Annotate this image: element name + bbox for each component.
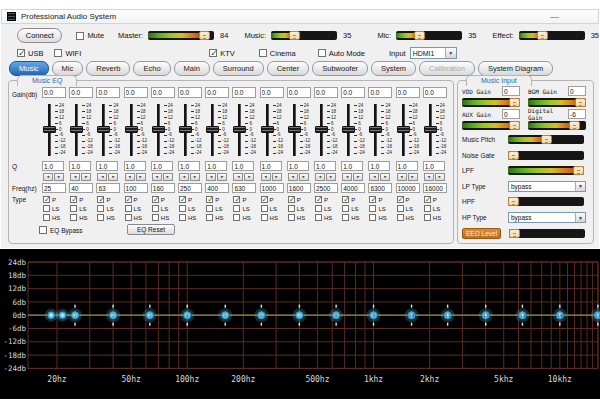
band-gain-input[interactable] bbox=[42, 87, 66, 98]
band-gain-slider[interactable]: 24181260-6-12-18-24 bbox=[150, 102, 177, 159]
lpf-slider[interactable] bbox=[508, 166, 584, 175]
band-gain-slider[interactable]: 24181260-6-12-18-24 bbox=[123, 102, 150, 159]
type-hs-checkbox[interactable] bbox=[342, 214, 349, 221]
type-ls-checkbox[interactable] bbox=[261, 205, 268, 212]
type-hs-checkbox[interactable] bbox=[152, 214, 159, 221]
tab-main[interactable]: Main bbox=[174, 61, 210, 76]
stepper-right-arrow[interactable]: ► bbox=[81, 173, 91, 181]
band-gain-slider[interactable]: 24181260-6-12-18-24 bbox=[231, 102, 258, 159]
tab-music[interactable]: Music bbox=[9, 61, 49, 76]
type-hs-checkbox[interactable] bbox=[369, 214, 376, 221]
tab-mic[interactable]: Mic bbox=[52, 61, 84, 76]
band-gain-input[interactable] bbox=[232, 87, 256, 98]
band-gain-slider[interactable]: 24181260-6-12-18-24 bbox=[313, 102, 340, 159]
band-dot-8[interactable]: 8 bbox=[329, 305, 343, 326]
digital-gain-slider-handle[interactable] bbox=[569, 121, 580, 130]
band-gain-input[interactable] bbox=[396, 87, 420, 98]
type-p-checkbox[interactable] bbox=[315, 196, 322, 203]
band-gain-slider[interactable]: 24181260-6-12-18-24 bbox=[286, 102, 313, 159]
band-q-input[interactable] bbox=[205, 161, 227, 171]
stepper-left-arrow[interactable]: ◄ bbox=[97, 173, 107, 181]
band-dot-10[interactable]: 10 bbox=[405, 305, 419, 326]
tab-system[interactable]: System bbox=[371, 61, 416, 76]
type-p-checkbox[interactable] bbox=[97, 196, 104, 203]
band-q-input[interactable] bbox=[96, 161, 118, 171]
hpf-slider-handle[interactable] bbox=[508, 197, 519, 206]
type-hs-checkbox[interactable] bbox=[424, 214, 431, 221]
stepper-left-arrow[interactable]: ◄ bbox=[125, 173, 135, 181]
stepper-right-arrow[interactable]: ► bbox=[217, 173, 227, 181]
band-gain-slider[interactable]: 24181260-6-12-18-24 bbox=[259, 102, 286, 159]
band-q-input[interactable] bbox=[42, 161, 64, 171]
music-volume-slider-handle[interactable] bbox=[289, 31, 300, 40]
eq-reset-button[interactable]: EQ Reset bbox=[127, 224, 175, 235]
type-p-checkbox[interactable] bbox=[206, 196, 213, 203]
stepper-left-arrow[interactable]: ◄ bbox=[288, 173, 298, 181]
band-gain-slider[interactable]: 24181260-6-12-18-24 bbox=[395, 102, 422, 159]
stepper-left-arrow[interactable]: ◄ bbox=[70, 173, 80, 181]
vod-gain-slider[interactable] bbox=[462, 98, 520, 107]
type-hs-checkbox[interactable] bbox=[70, 214, 77, 221]
connect-button[interactable]: Connect bbox=[17, 28, 62, 43]
band-q-input[interactable] bbox=[124, 161, 146, 171]
type-hs-checkbox[interactable] bbox=[97, 214, 104, 221]
band-dot-3[interactable]: 3 bbox=[143, 305, 157, 326]
band-gain-slider[interactable]: 24181260-6-12-18-24 bbox=[367, 102, 394, 159]
mic-volume-slider-handle[interactable] bbox=[414, 31, 425, 40]
mute-checkbox[interactable] bbox=[76, 32, 84, 40]
tab-surround[interactable]: Surround bbox=[213, 61, 264, 76]
band-freq-input[interactable] bbox=[69, 183, 93, 193]
minimize-button[interactable]: — bbox=[550, 13, 559, 21]
band-gain-slider[interactable]: 24181260-6-12-18-24 bbox=[95, 102, 122, 159]
type-ls-checkbox[interactable] bbox=[179, 205, 186, 212]
chevron-down-icon[interactable]: ▼ bbox=[445, 48, 456, 58]
band-freq-input[interactable] bbox=[232, 183, 256, 193]
type-ls-checkbox[interactable] bbox=[369, 205, 376, 212]
type-p-checkbox[interactable] bbox=[261, 196, 268, 203]
tab-subwoofer[interactable]: Subwoofer bbox=[312, 61, 368, 76]
digital-gain-slider[interactable] bbox=[528, 121, 586, 130]
ktv-checkbox[interactable] bbox=[209, 49, 217, 57]
tab-reverb[interactable]: Reverb bbox=[86, 61, 130, 76]
gain-value-input[interactable] bbox=[502, 109, 520, 119]
vod-gain-slider-handle[interactable] bbox=[509, 98, 520, 107]
stepper-left-arrow[interactable]: ◄ bbox=[315, 173, 325, 181]
aux-gain-slider[interactable] bbox=[462, 121, 520, 130]
band-gain-input[interactable] bbox=[368, 87, 392, 98]
band-freq-input[interactable] bbox=[287, 183, 311, 193]
band-q-input[interactable] bbox=[151, 161, 173, 171]
band-dot-11[interactable]: 11 bbox=[441, 305, 455, 326]
band-freq-input[interactable] bbox=[396, 183, 420, 193]
band-q-input[interactable] bbox=[341, 161, 363, 171]
type-ls-checkbox[interactable] bbox=[233, 205, 240, 212]
eeo-level-slider-handle[interactable] bbox=[509, 229, 520, 238]
band-q-input[interactable] bbox=[423, 161, 445, 171]
band-dot-5[interactable]: 5 bbox=[218, 305, 232, 326]
eeo-level-slider[interactable] bbox=[509, 229, 585, 238]
chevron-down-icon[interactable]: ▼ bbox=[575, 182, 585, 191]
band-dot-13[interactable]: 13 bbox=[515, 305, 529, 326]
band-q-input[interactable] bbox=[396, 161, 418, 171]
band-gain-input[interactable] bbox=[96, 87, 120, 98]
type-ls-checkbox[interactable] bbox=[315, 205, 322, 212]
type-ls-checkbox[interactable] bbox=[70, 205, 77, 212]
eeo-level-label[interactable]: EEO Level bbox=[462, 228, 501, 239]
type-ls-checkbox[interactable] bbox=[424, 205, 431, 212]
type-ls-checkbox[interactable] bbox=[97, 205, 104, 212]
band-freq-input[interactable] bbox=[178, 183, 202, 193]
type-hs-checkbox[interactable] bbox=[261, 214, 268, 221]
stepper-left-arrow[interactable]: ◄ bbox=[261, 173, 271, 181]
band-gain-slider[interactable]: 24181260-6-12-18-24 bbox=[68, 102, 95, 159]
band-q-input[interactable] bbox=[314, 161, 336, 171]
band-q-input[interactable] bbox=[178, 161, 200, 171]
band-q-input[interactable] bbox=[260, 161, 282, 171]
stepper-left-arrow[interactable]: ◄ bbox=[206, 173, 216, 181]
type-ls-checkbox[interactable] bbox=[125, 205, 132, 212]
type-p-checkbox[interactable] bbox=[152, 196, 159, 203]
tab-calibration[interactable]: Calibration bbox=[419, 61, 475, 76]
tab-system-diagram[interactable]: System Diagram bbox=[478, 61, 553, 76]
noise-gate-slider[interactable] bbox=[508, 151, 584, 160]
aux-gain-slider-handle[interactable] bbox=[509, 121, 520, 130]
band-gain-input[interactable] bbox=[341, 87, 365, 98]
stepper-right-arrow[interactable]: ► bbox=[163, 173, 173, 181]
